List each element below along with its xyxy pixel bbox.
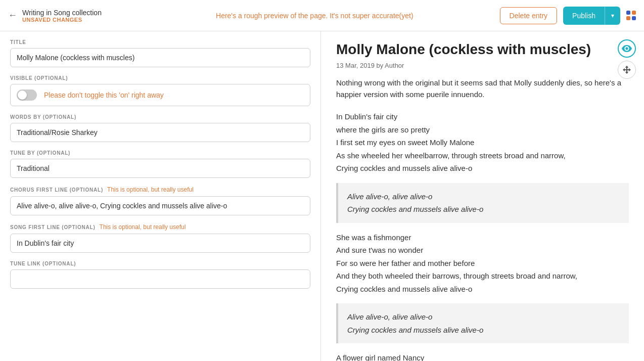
verse-1-line-1: In Dublin's fair city bbox=[336, 110, 629, 123]
preview-title: Molly Malone (cockless with muscles) bbox=[336, 41, 629, 58]
song-first-hint: This is optional, but really useful bbox=[100, 223, 186, 231]
resize-icon bbox=[623, 66, 631, 74]
words-by-field-group: WORDS BY (OPTIONAL) bbox=[10, 114, 310, 142]
publish-button[interactable]: Publish ▾ bbox=[563, 7, 620, 25]
main-content: TITLE VISIBLE (OPTIONAL) Please don't to… bbox=[0, 31, 644, 361]
preview-chorus-2: Alive alive-o, alive alive-o Crying cock… bbox=[336, 303, 629, 343]
right-panel: Molly Malone (cockless with muscles) 13 … bbox=[321, 31, 644, 361]
publish-label: Publish bbox=[563, 7, 605, 25]
verse-1-line-2: where the girls are so pretty bbox=[336, 123, 629, 137]
grid-icon[interactable] bbox=[626, 11, 636, 20]
verse-1-line-5: Crying cockles and mussels alive alive-o bbox=[336, 162, 629, 175]
tune-link-field-group: TUNE LINK (OPTIONAL) bbox=[10, 261, 310, 289]
publish-arrow-icon[interactable]: ▾ bbox=[605, 7, 620, 24]
topbar-right: Delete entry Publish ▾ bbox=[500, 7, 636, 25]
verse-2-line-3: For so were her father and mother before bbox=[336, 257, 629, 270]
eye-icon-button[interactable] bbox=[618, 39, 636, 58]
visible-row: Please don't toggle this 'on' right away bbox=[10, 84, 310, 106]
verse-2-line-4: And they both wheeled their barrows, thr… bbox=[336, 269, 629, 283]
visible-toggle[interactable] bbox=[17, 89, 37, 101]
verse-1-line-4: As she wheeled her wheelbarrow, through … bbox=[336, 149, 629, 162]
topbar-collection: Writing in Song collection bbox=[22, 9, 102, 17]
delete-button[interactable]: Delete entry bbox=[500, 7, 557, 24]
topbar-title-group: Writing in Song collection UNSAVED CHANG… bbox=[22, 9, 102, 23]
verse-1-line-3: I first set my eyes on sweet Molly Malon… bbox=[336, 136, 629, 149]
verse-2-line-5: Crying cockles and mussels alive alive-o bbox=[336, 283, 629, 296]
title-field-group: TITLE bbox=[10, 39, 310, 67]
verse-2-line-2: And sure t'was no wonder bbox=[336, 244, 629, 257]
tune-by-label: TUNE BY (OPTIONAL) bbox=[10, 150, 310, 156]
resize-icon-button[interactable] bbox=[618, 61, 636, 79]
grid-icon-inner bbox=[626, 11, 636, 20]
preview-notice: Here's a rough preview of the page. It's… bbox=[216, 12, 413, 20]
toggle-knob bbox=[18, 91, 27, 100]
words-by-input[interactable] bbox=[10, 123, 310, 142]
chorus-hint: This is optional, but really useful bbox=[107, 186, 194, 193]
chorus-field-group: CHORUS FIRST LINE (OPTIONAL) This is opt… bbox=[10, 186, 310, 215]
tune-by-input[interactable] bbox=[10, 159, 310, 178]
chorus-label: CHORUS FIRST LINE (OPTIONAL) This is opt… bbox=[10, 186, 310, 193]
verse-3-line-1: A flower girl named Nancy bbox=[336, 351, 629, 361]
title-input[interactable] bbox=[10, 48, 310, 67]
grid-dot-3 bbox=[626, 16, 630, 20]
chorus-1-line-1: Alive alive-o, alive alive-o bbox=[347, 190, 620, 203]
words-by-label: WORDS BY (OPTIONAL) bbox=[10, 114, 310, 120]
preview-meta: 13 Mar, 2019 by Author bbox=[336, 62, 629, 69]
verse-2-line-1: She was a fishmonger bbox=[336, 231, 629, 244]
visible-field-group: VISIBLE (OPTIONAL) Please don't toggle t… bbox=[10, 75, 310, 106]
song-first-label: SONG FIRST LINE (OPTIONAL) This is optio… bbox=[10, 223, 310, 231]
song-first-input[interactable] bbox=[10, 234, 310, 253]
topbar: ← Writing in Song collection UNSAVED CHA… bbox=[0, 0, 644, 31]
grid-dot-1 bbox=[626, 11, 630, 15]
toggle-warning: Please don't toggle this 'on' right away bbox=[44, 91, 164, 99]
preview-verse-2: She was a fishmonger And sure t'was no w… bbox=[336, 231, 629, 296]
topbar-left: ← Writing in Song collection UNSAVED CHA… bbox=[8, 9, 129, 23]
preview-verse-3-start: A flower girl named Nancy bbox=[336, 351, 629, 361]
back-icon[interactable]: ← bbox=[8, 10, 17, 21]
chorus-2-line-1: Alive alive-o, alive alive-o bbox=[347, 310, 620, 324]
tune-link-input[interactable] bbox=[10, 269, 310, 289]
preview-chorus-1: Alive alive-o, alive alive-o Crying cock… bbox=[336, 183, 629, 223]
preview-description: Nothing wrong with the original but it s… bbox=[336, 77, 629, 100]
tune-by-field-group: TUNE BY (OPTIONAL) bbox=[10, 150, 310, 178]
title-label: TITLE bbox=[10, 39, 310, 45]
left-panel: TITLE VISIBLE (OPTIONAL) Please don't to… bbox=[0, 31, 321, 361]
tune-link-label: TUNE LINK (OPTIONAL) bbox=[10, 261, 310, 266]
topbar-unsaved: UNSAVED CHANGES bbox=[22, 17, 102, 23]
chorus-2-line-2: Crying cockles and mussels alive alive-o bbox=[347, 324, 620, 337]
preview-verse-1: In Dublin's fair city where the girls ar… bbox=[336, 110, 629, 175]
song-first-field-group: SONG FIRST LINE (OPTIONAL) This is optio… bbox=[10, 223, 310, 253]
grid-dot-4 bbox=[632, 16, 636, 20]
visible-label: VISIBLE (OPTIONAL) bbox=[10, 75, 310, 81]
chorus-1-line-2: Crying cockles and mussels alive alive-o bbox=[347, 203, 620, 216]
grid-dot-2 bbox=[632, 11, 636, 15]
topbar-center: Here's a rough preview of the page. It's… bbox=[129, 12, 500, 20]
chorus-input[interactable] bbox=[10, 196, 310, 215]
eye-icon bbox=[622, 45, 632, 52]
